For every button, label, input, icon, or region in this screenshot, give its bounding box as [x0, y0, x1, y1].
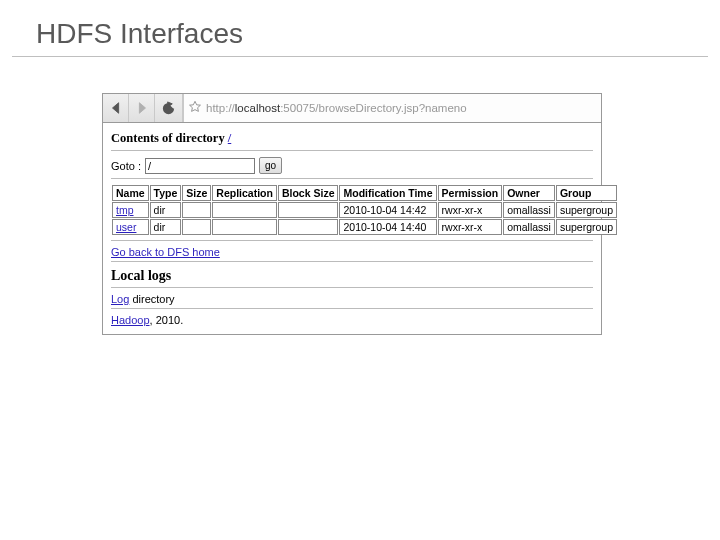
table-row: tmp dir 2010-10-04 14:42 rwxr-xr-x omall…: [112, 202, 617, 218]
contents-heading: Contents of directory /: [111, 131, 593, 146]
slide-title: HDFS Interfaces: [12, 0, 708, 57]
divider: [111, 287, 593, 288]
divider: [111, 308, 593, 309]
reload-button[interactable]: [155, 94, 183, 122]
cell-owner: omallassi: [503, 219, 555, 235]
cell-replication: [212, 219, 277, 235]
cell-type: dir: [150, 202, 182, 218]
cell-mtime: 2010-10-04 14:42: [339, 202, 436, 218]
col-type: Type: [150, 185, 182, 201]
goto-input[interactable]: [145, 158, 255, 174]
cell-replication: [212, 202, 277, 218]
goto-label: Goto :: [111, 160, 141, 172]
url-text: http://localhost:50075/browseDirectory.j…: [206, 102, 467, 114]
col-replication: Replication: [212, 185, 277, 201]
root-path-link[interactable]: /: [228, 131, 231, 145]
cell-perm: rwxr-xr-x: [438, 202, 503, 218]
back-to-dfs-link[interactable]: Go back to DFS home: [111, 246, 220, 258]
cell-group: supergroup: [556, 202, 617, 218]
divider: [111, 150, 593, 151]
col-mtime: Modification Time: [339, 185, 436, 201]
go-button[interactable]: go: [259, 157, 282, 174]
divider: [111, 261, 593, 262]
col-permission: Permission: [438, 185, 503, 201]
col-name: Name: [112, 185, 149, 201]
col-size: Size: [182, 185, 211, 201]
col-group: Group: [556, 185, 617, 201]
cell-owner: omallassi: [503, 202, 555, 218]
svg-marker-0: [112, 103, 118, 114]
cell-size: [182, 202, 211, 218]
cell-mtime: 2010-10-04 14:40: [339, 219, 436, 235]
dir-link-tmp[interactable]: tmp: [116, 204, 134, 216]
goto-row: Goto : go: [111, 157, 593, 174]
cell-type: dir: [150, 219, 182, 235]
forward-button[interactable]: [129, 94, 155, 122]
directory-table: Name Type Size Replication Block Size Mo…: [111, 184, 618, 236]
table-row: user dir 2010-10-04 14:40 rwxr-xr-x omal…: [112, 219, 617, 235]
footer-line: Hadoop, 2010.: [111, 314, 593, 326]
page-body: Contents of directory / Goto : go Name T…: [102, 123, 602, 335]
log-link[interactable]: Log: [111, 293, 129, 305]
footer-suffix: , 2010.: [150, 314, 184, 326]
cell-block-size: [278, 202, 339, 218]
cell-perm: rwxr-xr-x: [438, 219, 503, 235]
hadoop-link[interactable]: Hadoop: [111, 314, 150, 326]
svg-marker-1: [139, 103, 145, 114]
divider: [111, 178, 593, 179]
table-header-row: Name Type Size Replication Block Size Mo…: [112, 185, 617, 201]
browser-toolbar: http://localhost:50075/browseDirectory.j…: [102, 93, 602, 123]
cell-group: supergroup: [556, 219, 617, 235]
dir-link-user[interactable]: user: [116, 221, 136, 233]
bookmark-star-icon[interactable]: [188, 100, 202, 116]
cell-size: [182, 219, 211, 235]
divider: [111, 240, 593, 241]
log-suffix: directory: [129, 293, 174, 305]
cell-block-size: [278, 219, 339, 235]
back-button[interactable]: [103, 94, 129, 122]
local-logs-heading: Local logs: [111, 268, 593, 284]
log-directory-line: Log directory: [111, 293, 593, 305]
url-bar[interactable]: http://localhost:50075/browseDirectory.j…: [183, 94, 601, 122]
svg-marker-2: [168, 101, 173, 106]
col-owner: Owner: [503, 185, 555, 201]
col-block-size: Block Size: [278, 185, 339, 201]
screenshot-wrap: http://localhost:50075/browseDirectory.j…: [102, 93, 602, 335]
